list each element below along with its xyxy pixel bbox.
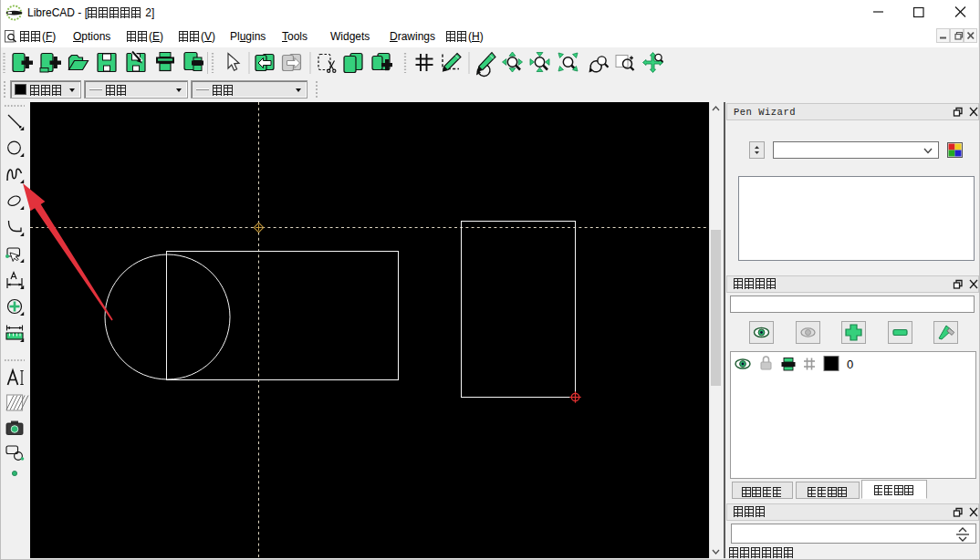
svg-text:0: 0 [847,358,853,371]
